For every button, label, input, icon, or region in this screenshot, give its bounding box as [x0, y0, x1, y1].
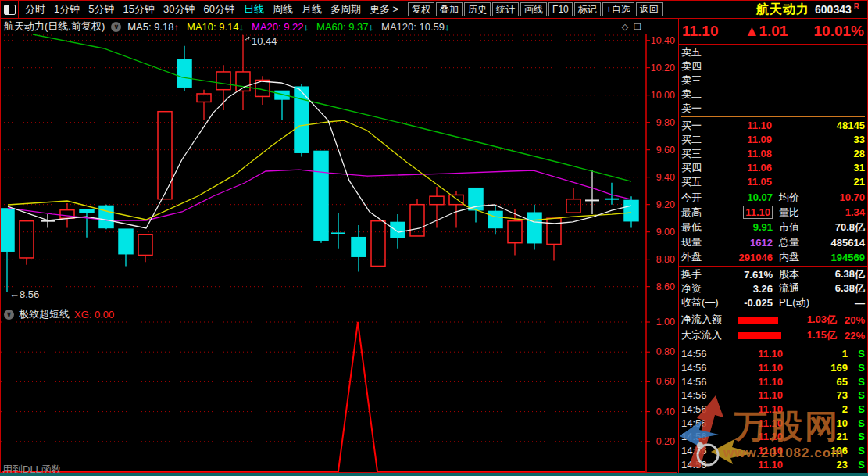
- menu-button[interactable]: 画线: [520, 2, 547, 16]
- period-tab[interactable]: 周线: [273, 2, 293, 16]
- ask-row[interactable]: 卖三: [681, 73, 865, 88]
- indicator-sub-chart[interactable]: 1.000.800.600.400.20: [0, 306, 678, 473]
- trade-side: S: [848, 403, 865, 415]
- stat-cell: 最低9.91: [681, 220, 773, 234]
- trade-price: 11.10: [719, 376, 783, 388]
- order-book[interactable]: 卖五卖四卖三卖二卖一买一11.1048145买二11.0933买三11.0828…: [679, 45, 867, 188]
- menu-button[interactable]: 叠加: [436, 2, 463, 16]
- stat-label: 股本: [779, 267, 799, 281]
- tick-trade-list[interactable]: 14:5611.101S14:5611.10169S14:5611.1065S1…: [679, 345, 867, 472]
- trade-volume: 169: [783, 362, 848, 374]
- trade-price: 11.10: [719, 417, 783, 429]
- stat-cell: 最高11.10: [681, 206, 773, 220]
- stat-cell: 外盘291046: [681, 250, 773, 264]
- chart-info-bar: 航天动力(日线.前复权) ∨ MA5: 9.18↑MA10: 9.14↓MA20…: [1, 19, 680, 34]
- stat-value: -0.025: [744, 297, 773, 309]
- svg-text:8.80: 8.80: [656, 254, 675, 265]
- stat-label: 收益(—): [681, 295, 719, 310]
- stat-label: PE(动): [779, 295, 809, 310]
- period-tab[interactable]: 月线: [302, 2, 322, 16]
- period-tab[interactable]: 5分钟: [88, 2, 114, 16]
- bid-row[interactable]: 买五11.0521: [681, 175, 865, 189]
- stat-value: 3.26: [753, 283, 773, 295]
- period-tab[interactable]: 多周期: [330, 2, 361, 16]
- svg-text:9.80: 9.80: [656, 117, 675, 128]
- money-flow-row: 大宗流入1.15亿22%: [681, 327, 865, 343]
- stat-label: 量比: [779, 206, 799, 220]
- svg-text:9.00: 9.00: [656, 227, 675, 238]
- money-flow-row: 净流入额1.03亿20%: [681, 312, 865, 327]
- trade-row: 14:5611.101S: [681, 347, 865, 361]
- ask-label: 卖二: [681, 88, 717, 102]
- ask-row[interactable]: 卖二: [681, 88, 865, 102]
- stat-value: 10.70: [839, 191, 865, 203]
- stat-label: 市值: [779, 220, 799, 234]
- trade-time: 14:56: [681, 459, 719, 471]
- period-tab[interactable]: 1分钟: [54, 2, 80, 16]
- price-change-pct: 10.01%: [814, 23, 864, 40]
- stock-name: 航天动力: [756, 2, 809, 18]
- trade-time: 14:56: [681, 348, 719, 360]
- trade-volume: 2: [783, 403, 848, 415]
- menu-button[interactable]: +自选: [602, 2, 634, 16]
- period-tab[interactable]: 60分钟: [203, 2, 234, 16]
- flow-value: 1.03亿: [807, 313, 837, 327]
- bid-row[interactable]: 买一11.1048145: [681, 118, 865, 132]
- ask-row[interactable]: 卖五: [681, 45, 865, 59]
- stat-row: 外盘291046内盘194569: [681, 250, 865, 265]
- menu-button[interactable]: 历史: [464, 2, 491, 16]
- indicator-name: 极致超短线: [19, 307, 70, 321]
- period-tab[interactable]: 30分钟: [163, 2, 195, 16]
- stat-label: 总量: [779, 235, 799, 249]
- chevron-down-icon[interactable]: ∨: [4, 310, 14, 320]
- period-tab[interactable]: 15分钟: [123, 2, 154, 16]
- stat-value: 7.61%: [744, 269, 773, 281]
- tool-menu: 复权叠加历史统计画线F10标记+自选返回: [405, 2, 663, 16]
- menu-button[interactable]: 统计: [492, 2, 519, 16]
- menu-button[interactable]: F10: [548, 2, 573, 16]
- trade-row: 14:5611.1021S: [681, 430, 865, 444]
- svg-text:←8.56: ←8.56: [9, 288, 39, 300]
- stat-value: —: [855, 297, 865, 309]
- menu-button[interactable]: 返回: [636, 2, 663, 16]
- bid-row[interactable]: 买二11.0933: [681, 133, 865, 147]
- bid-row[interactable]: 买三11.0828: [681, 147, 865, 161]
- period-tab[interactable]: 更多 >: [370, 2, 398, 16]
- stat-value: 11.10: [743, 206, 773, 219]
- stat-label: 换手: [681, 267, 702, 281]
- bid-label: 买二: [681, 133, 717, 147]
- sub-chart-header: ∨ 极致超短线 XG: 0.00: [4, 307, 114, 321]
- svg-text:9.40: 9.40: [656, 172, 675, 183]
- ask-row[interactable]: 卖一: [681, 102, 865, 116]
- ask-row[interactable]: 卖四: [681, 59, 865, 73]
- trade-side: S: [848, 417, 865, 429]
- stat-label: 现量: [681, 235, 702, 249]
- ask-label: 卖五: [681, 45, 717, 59]
- bid-row[interactable]: 买四11.0631: [681, 161, 865, 175]
- diamond-icon[interactable]: ◇: [622, 22, 628, 32]
- main-candlestick-chart[interactable]: 10.4010.2010.009.809.609.409.209.008.808…: [0, 34, 678, 306]
- period-tab[interactable]: 分时: [25, 2, 45, 16]
- stock-title: 航天动力 600343 R: [756, 2, 867, 18]
- stat-cell: 流通6.38亿: [779, 281, 865, 295]
- menu-button[interactable]: 复权: [408, 2, 434, 16]
- trade-volume: 21: [783, 431, 848, 442]
- window-icon[interactable]: [1, 1, 19, 18]
- panel-icon[interactable]: ❏: [634, 22, 641, 32]
- horizontal-scrollbar[interactable]: [0, 473, 868, 476]
- bid-volume: 33: [772, 134, 865, 145]
- bid-price: 11.05: [717, 176, 772, 188]
- trade-price: 11.10: [719, 459, 783, 471]
- trade-side: S: [848, 362, 865, 374]
- trade-volume: 10: [783, 417, 848, 429]
- trade-time: 14:56: [681, 417, 719, 429]
- period-tab[interactable]: 日线: [244, 2, 264, 16]
- menu-button[interactable]: 标记: [574, 2, 601, 16]
- flow-bar: [738, 332, 781, 339]
- trade-volume: 106: [783, 445, 848, 456]
- stat-value: 70.8亿: [835, 220, 865, 234]
- fundamental-grid: 换手7.61%股本6.38亿净资3.26流通6.38亿收益(—)-0.025PE…: [679, 267, 867, 310]
- stat-value: 1.34: [845, 206, 865, 218]
- chevron-down-icon[interactable]: ∨: [111, 22, 121, 32]
- trade-time: 14:56: [681, 362, 719, 374]
